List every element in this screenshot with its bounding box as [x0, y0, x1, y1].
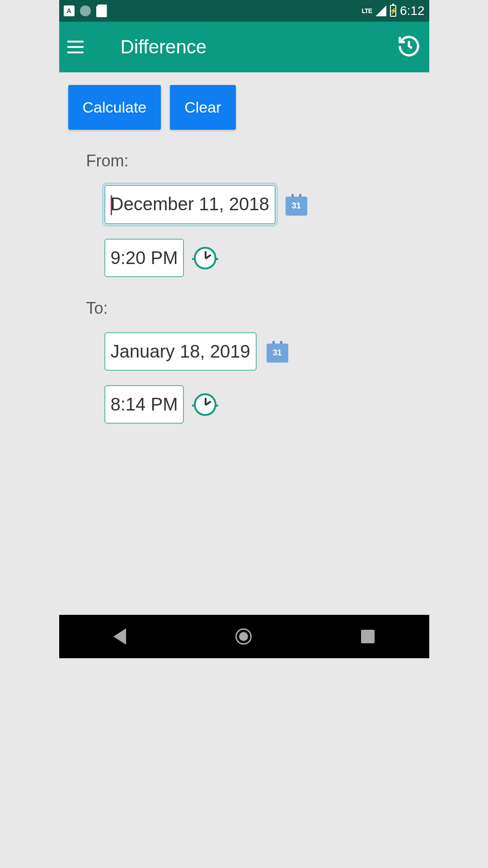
- calendar-icon[interactable]: 31: [286, 194, 307, 216]
- from-time-input[interactable]: 9:20 PM: [104, 239, 184, 277]
- to-label: To:: [86, 299, 420, 318]
- battery-icon: ⚡: [390, 5, 396, 17]
- from-label: From:: [86, 151, 420, 170]
- network-label: LTE: [362, 7, 372, 14]
- menu-icon[interactable]: [67, 41, 84, 53]
- to-date-input[interactable]: January 18, 2019: [104, 332, 257, 371]
- clock-icon[interactable]: [194, 247, 216, 269]
- nav-back-button[interactable]: [113, 628, 126, 645]
- to-time-input[interactable]: 8:14 PM: [104, 385, 184, 424]
- calendar-icon[interactable]: 31: [267, 341, 288, 363]
- status-time: 6:12: [400, 4, 425, 18]
- app-bar: Difference: [59, 22, 429, 72]
- from-date-input[interactable]: December 11, 2018: [104, 185, 276, 224]
- nav-home-button[interactable]: [235, 628, 252, 645]
- clock-icon[interactable]: [194, 393, 216, 416]
- clear-button[interactable]: Clear: [170, 85, 235, 130]
- history-icon[interactable]: [397, 34, 421, 60]
- keyboard-icon: A: [64, 5, 75, 16]
- signal-icon: [375, 5, 386, 16]
- page-title: Difference: [121, 36, 207, 58]
- nav-recent-button[interactable]: [361, 630, 375, 643]
- sd-card-icon: [96, 5, 107, 17]
- loading-icon: [80, 5, 91, 16]
- status-bar: A LTE ⚡ 6:12: [59, 0, 429, 22]
- nav-bar: [59, 615, 429, 658]
- calculate-button[interactable]: Calculate: [68, 85, 161, 130]
